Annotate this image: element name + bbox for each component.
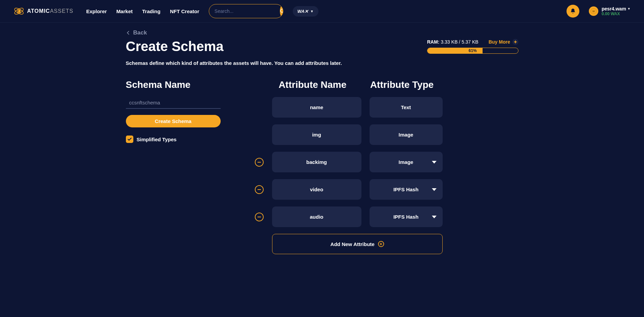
attribute-name-input[interactable]: name (272, 97, 361, 118)
nav-nft-creator[interactable]: NFT Creator (170, 8, 199, 14)
svg-point-3 (18, 10, 18, 11)
user-menu[interactable]: W pesr4.wam ▼ 0.00 WAX (589, 6, 630, 16)
plus-icon (512, 39, 518, 45)
ram-progress-bar: 61% (427, 48, 518, 54)
minus-icon (258, 189, 261, 190)
ram-usage: RAM: 3.33 KB / 5.37 KB (427, 39, 479, 45)
attribute-row: imgImage (254, 124, 518, 145)
remove-attribute-button[interactable] (255, 185, 264, 194)
attribute-type-heading: Attribute Type (365, 79, 439, 90)
chevron-left-icon (126, 30, 131, 35)
attribute-row: audioIPFS Hash (254, 206, 518, 227)
logo[interactable]: ATOMICASSETS (14, 6, 73, 17)
attribute-row: backimgImage (254, 152, 518, 172)
attribute-type-locked: Image (370, 124, 443, 145)
simplified-types-label: Simplified Types (137, 137, 177, 142)
svg-text:W: W (592, 10, 595, 13)
create-schema-button[interactable]: Create Schema (126, 115, 221, 127)
remove-attribute-button[interactable] (255, 158, 264, 167)
attribute-name-input[interactable]: audio (272, 206, 361, 227)
user-name: pesr4.wam (602, 6, 626, 11)
page-description: Schemas define which kind of attributes … (126, 60, 342, 66)
chevron-down-icon (432, 161, 437, 164)
svg-rect-2 (17, 9, 21, 13)
attribute-name-heading: Attribute Name (268, 79, 357, 90)
attribute-type-select[interactable]: IPFS Hash (370, 206, 443, 227)
back-link[interactable]: Back (126, 29, 518, 36)
attribute-name-input[interactable]: backimg (272, 152, 361, 172)
attribute-name-input[interactable]: video (272, 179, 361, 200)
buy-more-ram[interactable]: Buy More (489, 39, 518, 45)
plus-circle-icon: + (378, 241, 384, 247)
minus-icon (258, 217, 261, 217)
nav-trading[interactable]: Trading (142, 8, 160, 14)
attribute-row: nameText (254, 97, 518, 118)
attribute-type-select[interactable]: Image (370, 152, 443, 172)
schema-name-input[interactable] (126, 97, 221, 109)
attribute-row: videoIPFS Hash (254, 179, 518, 200)
schema-name-heading: Schema Name (126, 79, 241, 90)
user-avatar-icon: W (589, 6, 598, 16)
add-attribute-button[interactable]: Add New Attribute + (272, 234, 443, 254)
chain-label: WA✕ (297, 9, 308, 14)
user-balance: 0.00 WAX (602, 11, 630, 16)
chain-selector[interactable]: WA✕ ▼ (293, 6, 318, 17)
search-input[interactable] (209, 6, 279, 17)
svg-point-4 (281, 9, 283, 12)
chevron-down-icon (432, 216, 437, 218)
nav-market[interactable]: Market (116, 8, 133, 14)
nav-explorer[interactable]: Explorer (86, 8, 107, 14)
page-title: Create Schema (126, 39, 342, 54)
search-icon (280, 8, 283, 14)
simplified-types-checkbox[interactable] (126, 136, 133, 143)
chevron-down-icon (432, 188, 437, 191)
remove-attribute-button[interactable] (255, 213, 264, 221)
attribute-type-locked: Text (370, 97, 443, 118)
search-wrap (209, 4, 283, 18)
attribute-name-input[interactable]: img (272, 124, 361, 145)
notifications-button[interactable] (567, 5, 579, 18)
chevron-down-icon: ▼ (627, 7, 630, 10)
bell-icon (570, 8, 576, 14)
chevron-down-icon: ▼ (310, 9, 314, 13)
check-icon (127, 137, 132, 142)
minus-icon (258, 162, 261, 163)
attribute-type-select[interactable]: IPFS Hash (370, 179, 443, 200)
logo-text: ATOMICASSETS (27, 8, 73, 14)
search-button[interactable] (280, 5, 283, 17)
atomic-logo-icon (14, 6, 24, 17)
ram-percent: 61% (427, 48, 518, 53)
